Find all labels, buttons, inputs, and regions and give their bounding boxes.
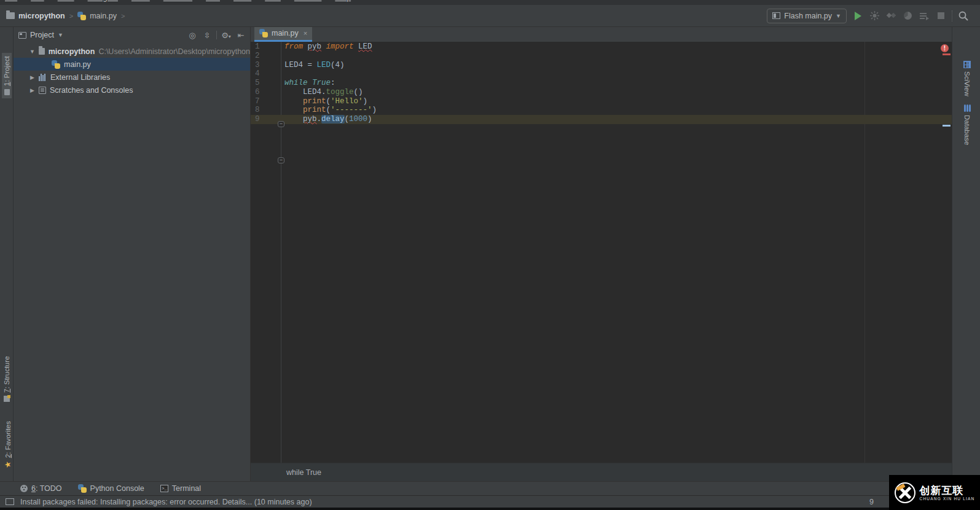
status-bar: Install packages failed: Installing pack… — [0, 495, 980, 508]
profiler-icon — [887, 11, 896, 20]
menu-file[interactable]: File — [5, 0, 17, 2]
tool-button-todo-label: 6: TODO — [31, 484, 62, 493]
watermark-subtitle: CHUANG XIN HU LIAN — [920, 496, 975, 501]
watermark-logo-icon — [895, 482, 915, 503]
hide-panel-button[interactable]: ⇤ — [235, 31, 246, 40]
profiler-button[interactable] — [885, 10, 896, 22]
right-tool-stripe: SciView Database — [952, 27, 980, 481]
code-editor[interactable]: 1from pyb import LED23LED4 = LED(4)45whi… — [251, 42, 952, 463]
caret-position-indicator[interactable]: 9 — [869, 498, 874, 506]
line-number: 6 — [251, 88, 281, 97]
tool-button-database[interactable]: Database — [963, 104, 971, 145]
scrollbar-error-mark[interactable] — [943, 53, 951, 55]
libraries-icon — [39, 74, 47, 81]
code-line-5[interactable]: 5while True: — [251, 79, 952, 88]
tab-label: main.py — [272, 29, 299, 37]
line-number: 8 — [251, 106, 281, 115]
tool-button-structure[interactable]: 7: Structure — [2, 353, 12, 405]
menu-vcs[interactable]: VCS — [265, 0, 281, 2]
chevron-down-icon[interactable]: ▼ — [58, 32, 63, 38]
database-icon — [963, 104, 971, 112]
menu-help[interactable]: Help — [335, 0, 351, 2]
tree-item-micropython[interactable]: ▼ micropython C:\Users\Administrator\Des… — [14, 45, 250, 58]
tool-button-sciview[interactable]: SciView — [963, 61, 971, 96]
locate-file-button[interactable]: ◎ — [187, 31, 198, 40]
tool-button-structure-label: 7: Structure — [3, 356, 10, 393]
structure-tool-icon — [4, 396, 10, 402]
run-toolbar: Flash main.py ▼ — [767, 9, 980, 23]
tree-item-scratches[interactable]: ▶ Scratches and Consoles — [14, 84, 250, 96]
project-panel-title[interactable]: Project — [30, 31, 54, 39]
menu-run[interactable]: Run — [206, 0, 220, 2]
tool-button-terminal[interactable]: >_ Terminal — [160, 484, 201, 493]
toolbar-divider — [952, 10, 952, 22]
line-number: 3 — [251, 61, 281, 70]
python-icon — [78, 484, 87, 493]
stop-icon — [938, 12, 944, 19]
close-icon[interactable]: × — [304, 29, 307, 37]
menu-tools[interactable]: Tools — [233, 0, 251, 2]
fold-marker-end[interactable]: − — [278, 157, 284, 163]
line-number: 5 — [251, 79, 281, 88]
chevron-right-icon: > — [120, 12, 125, 20]
menubar: FileEditViewNavigateCodeRefactorRunTools… — [0, 0, 980, 5]
line-number: 7 — [251, 97, 281, 106]
tree-item-external-libraries[interactable]: ▶ External Libraries — [14, 71, 250, 84]
code-line-2[interactable]: 2 — [251, 52, 952, 61]
code-line-3[interactable]: 3LED4 = LED(4) — [251, 61, 952, 70]
code-line-1[interactable]: 1from pyb import LED — [251, 42, 952, 52]
menu-edit[interactable]: Edit — [31, 0, 44, 2]
editor-breadcrumb[interactable]: while True — [286, 468, 321, 477]
code-line-4[interactable]: 4 — [251, 69, 952, 79]
code-line-6[interactable]: 6 LED4.toggle() — [251, 88, 952, 97]
menu-navigate[interactable]: Navigate — [88, 0, 118, 2]
dump-threads-button[interactable] — [919, 10, 930, 22]
tool-button-todo[interactable]: 6: TODO — [20, 484, 62, 493]
run-button[interactable] — [852, 10, 863, 22]
concurrency-button[interactable] — [902, 10, 913, 22]
tool-window-switcher-icon[interactable] — [6, 498, 14, 505]
play-icon — [855, 12, 861, 20]
project-panel: Project ▼ ◎ ⇳ ⚙▾ ⇤ ▼ micropython C:\User… — [14, 27, 251, 481]
chevron-collapsed-icon[interactable]: ▶ — [29, 74, 35, 80]
search-everywhere-button[interactable] — [958, 10, 969, 22]
collapse-all-button[interactable]: ⇳ — [202, 31, 213, 40]
status-message[interactable]: Install packages failed: Installing pack… — [20, 498, 312, 506]
project-tool-icon — [4, 89, 10, 95]
fold-marker-start[interactable]: − — [278, 121, 284, 127]
tool-button-python-console[interactable]: Python Console — [78, 484, 144, 493]
coverage-button[interactable] — [869, 10, 880, 22]
sciview-icon — [963, 61, 971, 68]
menu-window[interactable]: Window — [294, 0, 321, 2]
menu-view[interactable]: View — [58, 0, 74, 2]
editor-tab-bar: main.py × — [251, 27, 952, 42]
menu-code[interactable]: Code — [131, 0, 150, 2]
code-line-7[interactable]: 7 print('Hello') — [251, 97, 952, 106]
code-line-8[interactable]: 8 print('-------') — [251, 106, 952, 115]
project-panel-header: Project ▼ ◎ ⇳ ⚙▾ ⇤ — [14, 27, 250, 43]
left-tool-stripe: 1: Project 7: Structure ★ 2: Favorites — [0, 27, 14, 481]
run-configuration-select[interactable]: Flash main.py ▼ — [767, 9, 847, 23]
folder-icon — [6, 12, 15, 19]
menu-refactor[interactable]: Refactor — [163, 0, 192, 2]
chevron-expanded-icon[interactable]: ▼ — [29, 49, 35, 55]
tree-item-main-py[interactable]: main.py — [14, 58, 250, 71]
inspections-error-badge[interactable]: ! — [941, 44, 949, 52]
breadcrumb-project[interactable]: micropython — [18, 12, 65, 20]
tab-main-py[interactable]: main.py × — [254, 27, 312, 42]
favorites-star-icon: ★ — [3, 461, 12, 468]
breadcrumb-file[interactable]: main.py — [90, 12, 117, 20]
concurrency-icon — [903, 11, 912, 20]
python-file-icon — [52, 60, 60, 69]
tool-button-project[interactable]: 1: Project — [2, 53, 12, 98]
code-line-9[interactable]: 9 pyb.delay(1000) — [251, 115, 952, 124]
tree-item-label: main.py — [64, 60, 91, 69]
settings-gear-button[interactable]: ⚙▾ — [221, 31, 232, 40]
menubar-items: FileEditViewNavigateCodeRefactorRunTools… — [0, 0, 980, 2]
chevron-collapsed-icon[interactable]: ▶ — [29, 87, 35, 93]
tool-button-favorites[interactable]: ★ 2: Favorites — [2, 418, 14, 471]
stop-button[interactable] — [935, 10, 946, 22]
scrollbar-usage-mark[interactable] — [943, 125, 951, 127]
run-config-label: Flash main.py — [784, 12, 832, 20]
tree-item-label: micropython — [49, 47, 95, 56]
